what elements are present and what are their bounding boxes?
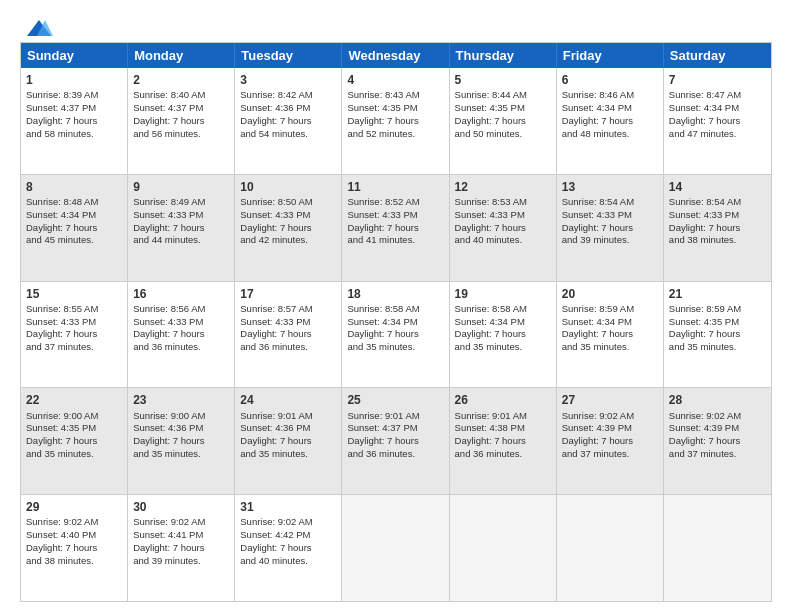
day-info-line: Daylight: 7 hours: [562, 222, 658, 235]
calendar-cell: 19Sunrise: 8:58 AMSunset: 4:34 PMDayligh…: [450, 282, 557, 388]
day-number: 17: [240, 286, 336, 302]
calendar-cell: 29Sunrise: 9:02 AMSunset: 4:40 PMDayligh…: [21, 495, 128, 601]
day-info-line: and 37 minutes.: [669, 448, 766, 461]
day-info-line: Sunset: 4:39 PM: [562, 422, 658, 435]
day-info-line: Sunset: 4:40 PM: [26, 529, 122, 542]
day-info-line: Sunset: 4:37 PM: [26, 102, 122, 115]
day-info-line: Sunset: 4:33 PM: [133, 209, 229, 222]
day-info-line: and 48 minutes.: [562, 128, 658, 141]
day-number: 11: [347, 179, 443, 195]
day-info-line: and 39 minutes.: [133, 555, 229, 568]
calendar-cell: 16Sunrise: 8:56 AMSunset: 4:33 PMDayligh…: [128, 282, 235, 388]
day-info-line: Daylight: 7 hours: [347, 222, 443, 235]
calendar-cell: 7Sunrise: 8:47 AMSunset: 4:34 PMDaylight…: [664, 68, 771, 174]
day-info-line: Daylight: 7 hours: [26, 222, 122, 235]
day-info-line: and 35 minutes.: [240, 448, 336, 461]
day-info-line: Daylight: 7 hours: [26, 328, 122, 341]
day-number: 23: [133, 392, 229, 408]
day-number: 16: [133, 286, 229, 302]
day-info-line: Daylight: 7 hours: [26, 435, 122, 448]
day-info-line: Sunset: 4:34 PM: [562, 102, 658, 115]
day-info-line: Sunrise: 8:53 AM: [455, 196, 551, 209]
calendar-weekday-wednesday: Wednesday: [342, 43, 449, 68]
day-info-line: Sunset: 4:35 PM: [26, 422, 122, 435]
day-info-line: and 44 minutes.: [133, 234, 229, 247]
day-info-line: Daylight: 7 hours: [562, 328, 658, 341]
calendar-cell: 13Sunrise: 8:54 AMSunset: 4:33 PMDayligh…: [557, 175, 664, 281]
day-info-line: Sunrise: 8:52 AM: [347, 196, 443, 209]
calendar-row-4: 22Sunrise: 9:00 AMSunset: 4:35 PMDayligh…: [21, 387, 771, 494]
day-number: 19: [455, 286, 551, 302]
day-info-line: Daylight: 7 hours: [133, 435, 229, 448]
calendar-cell: 24Sunrise: 9:01 AMSunset: 4:36 PMDayligh…: [235, 388, 342, 494]
day-info-line: Daylight: 7 hours: [133, 542, 229, 555]
day-info-line: Sunset: 4:33 PM: [455, 209, 551, 222]
day-info-line: Sunset: 4:42 PM: [240, 529, 336, 542]
day-info-line: and 36 minutes.: [240, 341, 336, 354]
calendar-cell: 20Sunrise: 8:59 AMSunset: 4:34 PMDayligh…: [557, 282, 664, 388]
calendar-cell: 9Sunrise: 8:49 AMSunset: 4:33 PMDaylight…: [128, 175, 235, 281]
day-info-line: Sunset: 4:34 PM: [455, 316, 551, 329]
calendar-weekday-sunday: Sunday: [21, 43, 128, 68]
day-info-line: Sunset: 4:38 PM: [455, 422, 551, 435]
day-info-line: and 58 minutes.: [26, 128, 122, 141]
day-info-line: Sunset: 4:35 PM: [347, 102, 443, 115]
day-info-line: Daylight: 7 hours: [26, 115, 122, 128]
day-number: 15: [26, 286, 122, 302]
day-number: 27: [562, 392, 658, 408]
calendar-cell: 4Sunrise: 8:43 AMSunset: 4:35 PMDaylight…: [342, 68, 449, 174]
day-info-line: Daylight: 7 hours: [133, 328, 229, 341]
day-info-line: Sunrise: 8:54 AM: [669, 196, 766, 209]
day-info-line: Daylight: 7 hours: [455, 222, 551, 235]
calendar-cell: [450, 495, 557, 601]
day-info-line: Sunrise: 8:40 AM: [133, 89, 229, 102]
calendar-cell: 22Sunrise: 9:00 AMSunset: 4:35 PMDayligh…: [21, 388, 128, 494]
day-number: 12: [455, 179, 551, 195]
calendar-cell: 8Sunrise: 8:48 AMSunset: 4:34 PMDaylight…: [21, 175, 128, 281]
day-number: 1: [26, 72, 122, 88]
day-info-line: Daylight: 7 hours: [669, 435, 766, 448]
day-info-line: Sunrise: 8:49 AM: [133, 196, 229, 209]
calendar-cell: 11Sunrise: 8:52 AMSunset: 4:33 PMDayligh…: [342, 175, 449, 281]
day-info-line: Daylight: 7 hours: [347, 435, 443, 448]
day-info-line: Daylight: 7 hours: [562, 115, 658, 128]
calendar-cell: [342, 495, 449, 601]
day-info-line: Sunset: 4:36 PM: [240, 102, 336, 115]
day-info-line: Daylight: 7 hours: [240, 222, 336, 235]
day-info-line: and 35 minutes.: [455, 341, 551, 354]
day-number: 10: [240, 179, 336, 195]
day-number: 29: [26, 499, 122, 515]
day-info-line: Sunrise: 8:56 AM: [133, 303, 229, 316]
day-info-line: and 41 minutes.: [347, 234, 443, 247]
day-info-line: Sunrise: 8:54 AM: [562, 196, 658, 209]
day-info-line: and 35 minutes.: [562, 341, 658, 354]
day-info-line: and 35 minutes.: [26, 448, 122, 461]
day-info-line: Sunrise: 8:59 AM: [562, 303, 658, 316]
day-info-line: Sunset: 4:33 PM: [133, 316, 229, 329]
day-info-line: Sunrise: 8:55 AM: [26, 303, 122, 316]
day-info-line: Sunset: 4:39 PM: [669, 422, 766, 435]
day-info-line: Sunset: 4:36 PM: [133, 422, 229, 435]
day-info-line: Sunset: 4:35 PM: [669, 316, 766, 329]
page: SundayMondayTuesdayWednesdayThursdayFrid…: [0, 0, 792, 612]
day-info-line: and 56 minutes.: [133, 128, 229, 141]
calendar-cell: 1Sunrise: 8:39 AMSunset: 4:37 PMDaylight…: [21, 68, 128, 174]
day-info-line: Daylight: 7 hours: [240, 328, 336, 341]
day-info-line: Sunrise: 8:44 AM: [455, 89, 551, 102]
day-info-line: and 36 minutes.: [455, 448, 551, 461]
day-info-line: and 42 minutes.: [240, 234, 336, 247]
day-number: 14: [669, 179, 766, 195]
day-info-line: and 38 minutes.: [669, 234, 766, 247]
calendar-cell: 12Sunrise: 8:53 AMSunset: 4:33 PMDayligh…: [450, 175, 557, 281]
day-info-line: Daylight: 7 hours: [240, 435, 336, 448]
day-number: 28: [669, 392, 766, 408]
day-info-line: Sunrise: 8:39 AM: [26, 89, 122, 102]
day-number: 4: [347, 72, 443, 88]
day-info-line: and 40 minutes.: [455, 234, 551, 247]
day-info-line: and 35 minutes.: [669, 341, 766, 354]
day-info-line: Daylight: 7 hours: [562, 435, 658, 448]
calendar-cell: 15Sunrise: 8:55 AMSunset: 4:33 PMDayligh…: [21, 282, 128, 388]
day-info-line: and 40 minutes.: [240, 555, 336, 568]
day-info-line: Sunset: 4:37 PM: [133, 102, 229, 115]
logo: [20, 18, 53, 34]
